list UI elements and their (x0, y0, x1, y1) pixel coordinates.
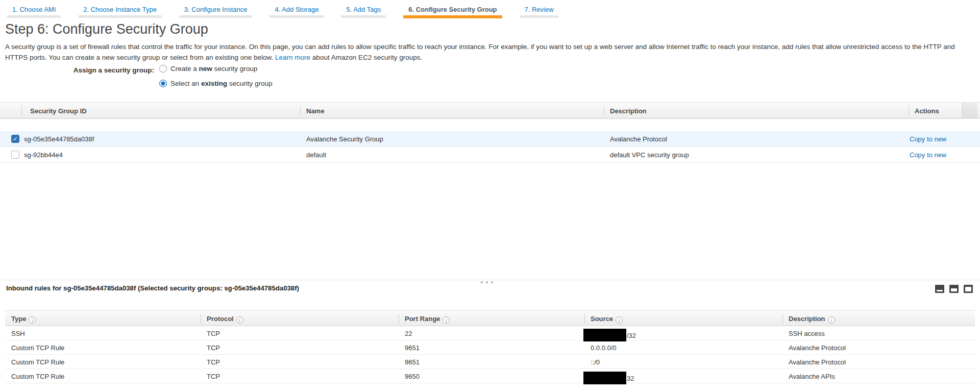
sg-name-cell: default (306, 151, 326, 159)
option-text-pre: Select an (170, 80, 201, 87)
rule-protocol-cell: TCP (207, 344, 220, 352)
copy-to-new-link[interactable]: Copy to new (910, 135, 946, 143)
rule-source-cell: 32 (591, 373, 634, 385)
security-group-row[interactable]: ✓sg-05e35e44785da038fAvalanche Security … (0, 131, 980, 147)
sg-col-id[interactable]: Security Group ID (30, 107, 87, 115)
option-text-post: security group (212, 65, 258, 72)
rule-port-cell: 9650 (405, 373, 420, 380)
pane-divider (0, 280, 980, 280)
column-separator (909, 106, 909, 116)
inbound-rule-row: SSHTCP22/32SSH access (5, 326, 975, 340)
info-icon[interactable]: i (616, 316, 623, 324)
redacted-source (583, 372, 626, 384)
rule-type-cell: Custom TCP Rule (11, 358, 64, 366)
info-icon[interactable]: i (828, 316, 835, 324)
row-checkbox[interactable]: ✓ (11, 135, 19, 143)
column-separator (300, 106, 301, 116)
column-separator (584, 314, 585, 324)
rule-type-cell: SSH (11, 330, 25, 337)
rule-source-cell: 0.0.0.0/0 (591, 344, 617, 352)
sg-col-description[interactable]: Description (610, 107, 647, 115)
create-new-group-option[interactable]: Create a new security group (159, 65, 257, 72)
inbound-col-description: Descriptioni (789, 315, 835, 324)
inbound-col-description-label: Description (789, 315, 825, 323)
rule-port-cell: 22 (405, 330, 412, 337)
page-description: A security group is a set of firewall ru… (5, 41, 964, 63)
wizard-tabs: 1. Choose AMI2. Choose Instance Type3. C… (0, 0, 576, 19)
wizard-tab[interactable]: 1. Choose AMI (7, 0, 61, 19)
option-text-post: security group (227, 80, 273, 87)
wizard-tab[interactable]: 5. Add Tags (341, 0, 386, 19)
inbound-col-port-range-label: Port Range (405, 315, 440, 323)
wizard-tab[interactable]: 4. Add Storage (270, 0, 324, 19)
layout-pane-large-icon[interactable] (964, 285, 973, 293)
inbound-col-protocol-label: Protocol (207, 315, 234, 323)
description-text-after: about Amazon EC2 security groups. (312, 54, 422, 61)
learn-more-link[interactable]: Learn more (275, 54, 310, 61)
info-icon[interactable]: i (29, 316, 36, 324)
layout-pane-small-icon[interactable] (935, 285, 944, 293)
security-group-row[interactable]: sg-92bb44e4defaultdefault VPC security g… (0, 147, 980, 163)
select-existing-group-option[interactable]: Select an existing security group (159, 80, 273, 87)
inbound-col-type: Typei (11, 315, 36, 324)
inbound-rule-row: Custom TCP RuleTCP9651::/0Avalanche Prot… (5, 355, 975, 369)
column-separator (399, 314, 399, 324)
table-header-scroll-corner (962, 103, 977, 119)
rule-description-cell: SSH access (789, 330, 825, 337)
rule-description-cell: Avalanche APIs (789, 373, 835, 380)
ec2-launch-wizard-page: 1. Choose AMI2. Choose Instance Type3. C… (0, 0, 980, 392)
sg-description-cell: Avalanche Protocol (610, 135, 667, 143)
wizard-tab[interactable]: 3. Configure Instance (179, 0, 253, 19)
info-icon[interactable]: i (236, 316, 243, 324)
option-text-pre: Create a (170, 65, 199, 72)
rule-source-cell: ::/0 (591, 358, 600, 366)
layout-pane-medium-icon[interactable] (949, 285, 959, 293)
rule-protocol-cell: TCP (207, 358, 220, 366)
row-checkbox[interactable] (11, 151, 19, 159)
rule-description-cell: Avalanche Protocol (789, 358, 846, 366)
radio-unselected-icon[interactable] (159, 65, 167, 72)
rule-port-cell: 9651 (405, 344, 420, 352)
rule-protocol-cell: TCP (207, 373, 220, 380)
sg-table-header: Security Group ID Name Description Actio… (0, 102, 980, 119)
rule-port-cell: 9651 (405, 358, 420, 366)
rule-type-cell: Custom TCP Rule (11, 373, 64, 380)
sg-description-cell: default VPC security group (610, 151, 689, 159)
page-title: Step 6: Configure Security Group (5, 21, 208, 37)
column-separator (21, 106, 22, 116)
inbound-rule-row: Custom TCP RuleTCP96510.0.0.0/0Avalanche… (5, 340, 975, 355)
rule-type-cell: Custom TCP Rule (11, 344, 64, 352)
inbound-col-source: Sourcei (591, 315, 623, 324)
inbound-rules-title: Inbound rules for sg-05e35e44785da038f (… (6, 284, 299, 292)
inbound-table-header: Typei Protocoli Port Rangei Sourcei Desc… (5, 310, 975, 326)
description-text: A security group is a set of firewall ru… (5, 43, 955, 61)
pane-layout-controls (935, 285, 973, 293)
rule-protocol-cell: TCP (207, 330, 220, 337)
wizard-tab[interactable]: 6. Configure Security Group (403, 0, 502, 19)
sg-col-actions: Actions (915, 107, 939, 115)
wizard-tab[interactable]: 7. Review (520, 0, 559, 19)
inbound-col-protocol: Protocoli (207, 315, 243, 324)
column-separator (604, 106, 604, 116)
inbound-rule-row: Custom TCP RuleTCP965032Avalanche APIs (5, 369, 975, 383)
sg-id-cell: sg-92bb44e4 (24, 151, 63, 159)
column-separator (201, 314, 201, 324)
inbound-col-source-label: Source (591, 315, 613, 323)
sg-col-name[interactable]: Name (306, 107, 324, 115)
info-icon[interactable]: i (443, 316, 450, 324)
inbound-col-port-range: Port Rangei (405, 315, 450, 324)
wizard-tab[interactable]: 2. Choose Instance Type (78, 0, 162, 19)
assign-security-group-label: Assign a security group: (0, 66, 154, 74)
column-separator (782, 314, 783, 324)
option-text-bold: existing (201, 80, 227, 87)
sg-id-cell: sg-05e35e44785da038f (24, 135, 94, 143)
select-existing-group-label: Select an existing security group (170, 80, 273, 87)
copy-to-new-link[interactable]: Copy to new (910, 151, 946, 159)
radio-selected-icon[interactable] (159, 80, 167, 87)
create-new-group-label: Create a new security group (170, 65, 257, 72)
option-text-bold: new (199, 65, 212, 72)
rule-description-cell: Avalanche Protocol (789, 344, 846, 352)
redacted-source (583, 329, 626, 341)
pane-resize-handle-icon[interactable] (481, 281, 493, 283)
inbound-col-type-label: Type (11, 315, 26, 323)
